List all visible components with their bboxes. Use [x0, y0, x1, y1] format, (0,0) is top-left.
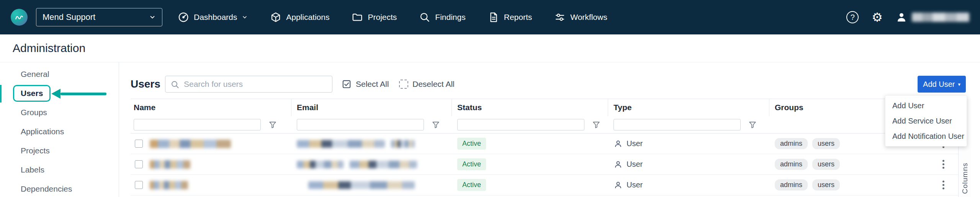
nav-item-projects[interactable]: Projects	[352, 11, 397, 23]
help-glyph: ?	[851, 13, 855, 22]
menu-item-add-notification-user[interactable]: Add Notification User	[885, 129, 967, 144]
filter-funnel-icon[interactable]	[748, 120, 757, 129]
deselect-icon	[399, 80, 408, 89]
row-checkbox[interactable]	[135, 140, 143, 148]
column-header-status[interactable]: Status	[452, 99, 608, 116]
group-tag: admins	[775, 179, 808, 190]
user-email-redacted	[297, 161, 344, 168]
table-header-row: Name Email Status Type Groups	[131, 99, 958, 116]
user-menu[interactable]	[896, 11, 969, 23]
selected-item-indicator	[0, 85, 2, 103]
applications-icon	[270, 11, 281, 23]
workspace-selector[interactable]: Mend Support	[36, 8, 162, 26]
top-navbar: Mend Support Dashboards Applications	[0, 0, 980, 34]
select-all-label: Select All	[356, 80, 389, 89]
name-filter-input[interactable]	[134, 119, 261, 130]
column-header-name[interactable]: Name	[131, 99, 291, 116]
chevron-down-icon	[149, 14, 156, 21]
type-filter-input[interactable]	[614, 119, 741, 130]
dashboards-icon	[178, 11, 189, 23]
filter-funnel-icon[interactable]	[432, 120, 440, 129]
navbar-right: ? ⚙	[846, 11, 969, 23]
menu-item-add-service-user[interactable]: Add Service User	[885, 113, 967, 129]
add-user-dropdown-menu: Add User Add Service User Add Notificati…	[885, 95, 967, 147]
sidebar-item-general[interactable]: General	[0, 65, 119, 84]
annotation-arrow-head	[51, 89, 61, 99]
person-icon	[614, 181, 623, 190]
filter-funnel-icon[interactable]	[592, 120, 600, 129]
column-header-type[interactable]: Type	[608, 99, 769, 116]
nav-item-applications[interactable]: Applications	[270, 11, 329, 23]
sidebar-item-label: Applications	[21, 127, 64, 136]
row-checkbox[interactable]	[135, 181, 143, 189]
users-heading: Users	[131, 76, 160, 93]
sidebar-item-dependencies[interactable]: Dependencies	[0, 179, 119, 197]
group-tag: users	[812, 179, 840, 190]
checkbox-checked-icon	[342, 79, 352, 89]
user-type-label: User	[627, 181, 643, 189]
user-avatar-icon	[896, 11, 907, 23]
chevron-down-icon	[242, 14, 248, 20]
gear-icon[interactable]: ⚙	[872, 11, 883, 23]
deselect-all-label: Deselect All	[412, 80, 455, 89]
sidebar-item-label: Users	[21, 89, 43, 98]
kebab-menu-icon[interactable]	[942, 181, 944, 189]
sidebar-item-label: Labels	[21, 165, 44, 174]
sidebar-item-applications[interactable]: Applications	[0, 122, 119, 141]
sidebar-item-labels[interactable]: Labels	[0, 160, 119, 179]
sidebar-item-projects[interactable]: Projects	[0, 141, 119, 160]
status-badge: Active	[457, 179, 486, 191]
user-email-redacted	[350, 161, 417, 168]
person-icon	[614, 139, 623, 148]
table-row: Active User admins users	[131, 134, 958, 154]
columns-panel-tab-label: Columns	[961, 163, 969, 194]
sidebar-item-label: Groups	[21, 108, 47, 117]
row-checkbox[interactable]	[135, 160, 143, 168]
user-type-label: User	[627, 160, 643, 169]
user-name-redacted	[150, 140, 231, 148]
nav-item-dashboards[interactable]: Dashboards	[178, 11, 248, 23]
nav-label: Findings	[435, 13, 465, 22]
nav-item-reports[interactable]: Reports	[488, 11, 532, 23]
user-name-redacted	[912, 13, 969, 22]
select-all-button[interactable]: Select All	[342, 76, 389, 93]
status-badge: Active	[457, 138, 486, 150]
user-type-label: User	[627, 139, 643, 148]
reports-icon	[488, 11, 499, 23]
deselect-all-button[interactable]: Deselect All	[399, 76, 455, 93]
page-header: Administration	[0, 34, 980, 62]
nav-label: Applications	[286, 13, 329, 22]
primary-nav: Dashboards Applications Projects Findi	[178, 11, 607, 23]
mend-logo-icon[interactable]	[11, 9, 28, 26]
user-name-redacted	[150, 181, 188, 189]
sidebar-item-label: General	[21, 70, 49, 79]
user-email-redacted	[297, 140, 385, 148]
sidebar-divider	[119, 62, 119, 197]
nav-label: Reports	[504, 13, 532, 22]
workspace-label: Mend Support	[43, 12, 95, 22]
selected-item-highlight-box: Users	[13, 85, 51, 102]
person-icon	[614, 160, 623, 169]
user-search	[165, 76, 332, 93]
nav-label: Dashboards	[194, 13, 237, 22]
search-input[interactable]	[165, 76, 332, 92]
help-icon[interactable]: ?	[846, 11, 859, 23]
admin-sidebar: General Users Groups Applications Projec…	[0, 62, 119, 197]
nav-label: Workflows	[570, 13, 607, 22]
status-badge: Active	[457, 158, 486, 170]
nav-item-workflows[interactable]: Workflows	[554, 11, 607, 23]
table-row: Active User admins users	[131, 175, 958, 195]
add-user-button[interactable]: Add User ▾	[918, 76, 966, 93]
email-filter-input[interactable]	[297, 119, 424, 130]
nav-item-findings[interactable]: Findings	[419, 11, 465, 23]
column-header-email[interactable]: Email	[291, 99, 452, 116]
user-email-redacted	[308, 181, 415, 189]
filter-funnel-icon[interactable]	[268, 120, 277, 129]
table-filter-row	[131, 116, 958, 134]
status-filter-input[interactable]	[457, 119, 584, 130]
kebab-menu-icon[interactable]	[942, 160, 944, 169]
group-tag: admins	[775, 159, 808, 170]
sidebar-item-groups[interactable]: Groups	[0, 103, 119, 122]
sidebar-item-label: Projects	[21, 146, 50, 155]
menu-item-add-user[interactable]: Add User	[885, 98, 967, 113]
